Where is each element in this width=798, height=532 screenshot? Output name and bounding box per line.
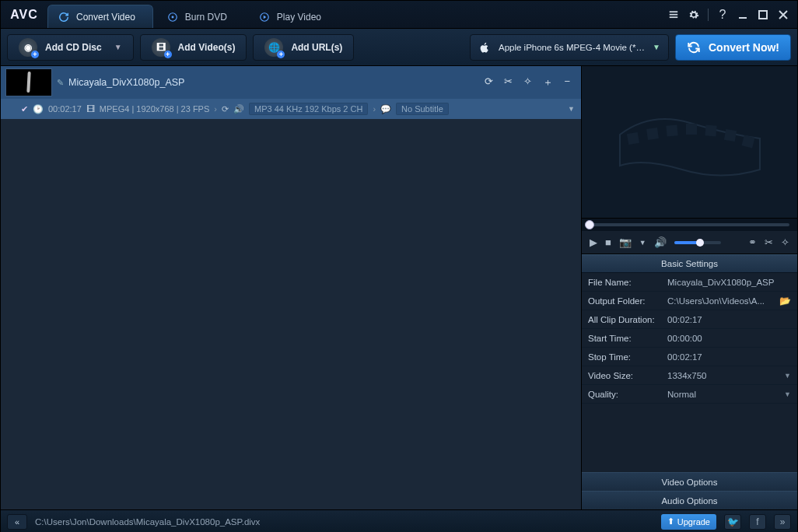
setting-value[interactable]: 00:00:00: [667, 334, 702, 343]
help-icon[interactable]: ?: [716, 9, 729, 21]
upgrade-button[interactable]: ⬆ Upgrade: [661, 514, 716, 530]
check-icon[interactable]: ✔: [21, 104, 28, 114]
setting-key: Stop Time:: [582, 352, 667, 362]
preview-area: [582, 66, 797, 219]
close-icon[interactable]: [777, 9, 789, 21]
chevron-down-icon[interactable]: ▼: [639, 239, 646, 247]
chevron-down-icon[interactable]: ▼: [568, 105, 575, 113]
main-area: ✎ Micayala_DivX1080p_ASP ⟳ ✂ ✧ ＋ − ✔ 🕑 0…: [1, 66, 797, 509]
status-path: C:\Users\Jon\Downloads\Micayala_DivX1080…: [35, 517, 653, 527]
gear-icon[interactable]: [688, 9, 700, 21]
button-label: Add URL(s): [291, 42, 342, 53]
file-list-panel: ✎ Micayala_DivX1080p_ASP ⟳ ✂ ✧ ＋ − ✔ 🕑 0…: [1, 66, 581, 509]
output-profile-dropdown[interactable]: Apple iPhone 6s MPEG-4 Movie (*.m... ▼: [470, 34, 669, 61]
effects-icon[interactable]: ✧: [523, 75, 532, 89]
play-icon[interactable]: ▶: [590, 236, 597, 248]
timeline-knob[interactable]: [585, 220, 594, 229]
collapse-button[interactable]: «: [7, 514, 27, 530]
twitter-icon[interactable]: 🐦: [724, 514, 741, 530]
tab-label: Play Video: [277, 12, 321, 23]
status-bar: « C:\Users\Jon\Downloads\Micayala_DivX10…: [1, 509, 797, 532]
minimize-icon[interactable]: [737, 9, 749, 21]
tab-play-video[interactable]: Play Video: [248, 5, 339, 28]
setting-key: Video Size:: [582, 371, 667, 380]
svg-rect-3: [670, 11, 678, 12]
preview-controls: ▶ ■ 📷 ▼ 🔊 ⚭ ✂ ✧: [582, 231, 797, 254]
snapshot-icon[interactable]: 📷: [619, 236, 632, 248]
folder-icon[interactable]: 📂: [779, 296, 791, 306]
film-icon: 🎞: [86, 104, 95, 114]
setting-video-size[interactable]: Video Size: 1334x750▼: [582, 366, 797, 385]
film-plus-icon: 🎞+: [152, 38, 170, 57]
setting-output-folder: Output Folder: C:\Users\Jon\Videos\A...📂: [582, 292, 797, 310]
tab-label: Convert Video: [76, 12, 135, 23]
chevron-right-icon[interactable]: ›: [214, 104, 217, 114]
audio-options-button[interactable]: Audio Options: [582, 491, 797, 509]
setting-key: File Name:: [582, 278, 667, 287]
upgrade-label: Upgrade: [677, 517, 710, 527]
add-videos-button[interactable]: 🎞+ Add Video(s): [140, 34, 247, 61]
setting-quality[interactable]: Quality: Normal▼: [582, 385, 797, 404]
upgrade-icon: ⬆: [667, 516, 674, 527]
add-cd-disc-button[interactable]: ◉+ Add CD Disc ▼: [7, 34, 134, 61]
crop-icon[interactable]: ✧: [781, 236, 789, 248]
thumbnail[interactable]: [5, 68, 52, 96]
separator: [708, 9, 709, 21]
setting-value: C:\Users\Jon\Videos\A...: [667, 296, 765, 306]
setting-value[interactable]: Micayala_DivX1080p_ASP: [667, 278, 774, 287]
file-item[interactable]: ✎ Micayala_DivX1080p_ASP ⟳ ✂ ✧ ＋ − ✔ 🕑 0…: [1, 66, 581, 119]
button-label: Add Video(s): [178, 42, 236, 53]
setting-value[interactable]: 00:02:17: [667, 352, 702, 362]
setting-key: Output Folder:: [582, 296, 667, 306]
add-icon[interactable]: ＋: [543, 75, 553, 89]
file-list-empty: [1, 119, 581, 509]
chevron-down-icon: ▼: [653, 43, 660, 51]
chevron-down-icon: ▼: [114, 43, 122, 51]
setting-key: Quality:: [582, 390, 667, 399]
file-title: Micayala_DivX1080p_ASP: [68, 77, 184, 88]
maximize-icon[interactable]: [757, 9, 769, 21]
edit-icon[interactable]: ✎: [57, 78, 64, 88]
play-circle-icon: [258, 11, 271, 23]
video-spec: MPEG4 | 1920x768 | 23 FPS: [100, 104, 209, 114]
svg-rect-9: [646, 128, 659, 140]
add-urls-button[interactable]: 🌐+ Add URL(s): [253, 34, 354, 61]
chevron-down-icon[interactable]: ▼: [784, 372, 791, 380]
chevron-right-icon[interactable]: ›: [373, 104, 376, 114]
basic-settings-header: Basic Settings: [582, 254, 797, 273]
stop-icon[interactable]: ■: [605, 236, 611, 248]
convert-now-button[interactable]: Convert Now!: [675, 34, 791, 61]
svg-rect-11: [686, 124, 697, 135]
reload-icon[interactable]: ⟳: [485, 75, 493, 89]
audio-spec[interactable]: MP3 44 KHz 192 Kbps 2 CH: [249, 103, 368, 115]
svg-rect-5: [670, 16, 678, 18]
tab-burn-dvd[interactable]: Burn DVD: [156, 5, 245, 28]
cut-icon[interactable]: ✂: [504, 75, 513, 89]
clock-icon: 🕑: [33, 104, 44, 114]
main-tabs: Convert Video Burn DVD Play Video: [47, 1, 667, 28]
speaker-icon: 🔊: [233, 104, 244, 114]
timeline-slider[interactable]: [582, 219, 797, 231]
list-icon[interactable]: [667, 9, 680, 21]
expand-button[interactable]: »: [774, 514, 791, 530]
remove-icon[interactable]: −: [564, 75, 570, 89]
app-window: AVC Convert Video Burn DVD Play Video: [0, 0, 798, 532]
subtitle-value[interactable]: No Subtitle: [396, 103, 449, 115]
disc-icon: [166, 11, 179, 23]
setting-value: 00:02:17: [667, 315, 702, 324]
window-controls: ?: [667, 1, 797, 28]
audio-refresh-icon[interactable]: ⟳: [222, 104, 229, 114]
video-options-button[interactable]: Video Options: [582, 472, 797, 491]
button-label: Convert Now!: [709, 41, 779, 54]
volume-icon[interactable]: 🔊: [654, 236, 667, 248]
setting-value: Normal: [667, 390, 696, 399]
chevron-down-icon[interactable]: ▼: [784, 390, 791, 398]
link-icon[interactable]: ⚭: [748, 236, 757, 248]
volume-slider[interactable]: [674, 241, 721, 244]
tab-convert-video[interactable]: Convert Video: [47, 5, 153, 28]
apple-icon: [478, 40, 491, 54]
facebook-icon[interactable]: f: [749, 514, 766, 530]
cut-icon[interactable]: ✂: [765, 236, 773, 248]
setting-file-name: File Name: Micayala_DivX1080p_ASP: [582, 273, 797, 292]
setting-key: Start Time:: [582, 334, 667, 343]
